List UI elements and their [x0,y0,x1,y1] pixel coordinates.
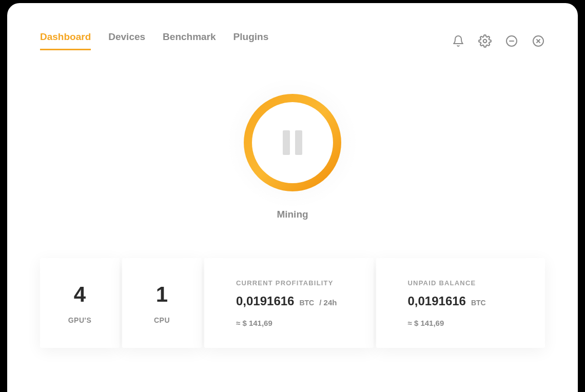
svg-point-0 [483,39,487,43]
stat-balance-value: 0,0191616 [408,294,466,308]
stat-cpu-value: 1 [156,282,168,307]
stat-balance-label: UNPAID BALANCE [408,279,476,287]
stat-gpu: 4 GPU'S [40,258,120,348]
stat-profitability-value-row: 0,0191616 BTC / 24h [236,294,337,308]
stat-profitability-value: 0,0191616 [236,294,294,308]
header: Dashboard Devices Benchmark Plugins [40,31,545,50]
header-actions [452,34,545,48]
mining-ring-inner [252,102,333,183]
pause-icon [283,130,302,155]
stat-gpu-label: GPU'S [68,316,92,324]
minimize-icon[interactable] [505,34,518,48]
mining-toggle-button[interactable] [244,94,341,191]
stat-profitability-unit: BTC [299,299,314,307]
tab-bar: Dashboard Devices Benchmark Plugins [40,31,268,50]
main-area: Mining 4 GPU'S 1 CPU CURRENT PROFITABILI… [40,94,545,348]
stat-gpu-value: 4 [74,282,86,307]
stat-balance-approx: ≈ $ 141,69 [408,319,444,327]
stat-profitability-approx: ≈ $ 141,69 [236,319,272,327]
stat-balance-unit: BTC [471,299,486,307]
stat-profitability-label: CURRENT PROFITABILITY [236,279,334,287]
stat-cpu: 1 CPU [122,258,202,348]
stat-cpu-label: CPU [154,316,170,324]
tab-devices[interactable]: Devices [108,31,145,50]
mining-ring [244,94,341,191]
stat-balance-value-row: 0,0191616 BTC [408,294,486,308]
tab-plugins[interactable]: Plugins [233,31,269,50]
stat-balance: UNPAID BALANCE 0,0191616 BTC ≈ $ 141,69 [376,258,545,348]
stat-profitability: CURRENT PROFITABILITY 0,0191616 BTC / 24… [204,258,374,348]
close-icon[interactable] [532,34,545,48]
app-window: Dashboard Devices Benchmark Plugins [7,3,578,392]
gear-icon[interactable] [478,34,492,48]
mining-status-label: Mining [277,209,308,220]
stats-row: 4 GPU'S 1 CPU CURRENT PROFITABILITY 0,01… [40,258,545,348]
tab-benchmark[interactable]: Benchmark [163,31,216,50]
stat-profitability-period: / 24h [319,298,337,307]
tab-dashboard[interactable]: Dashboard [40,31,91,50]
bell-icon[interactable] [452,34,465,48]
